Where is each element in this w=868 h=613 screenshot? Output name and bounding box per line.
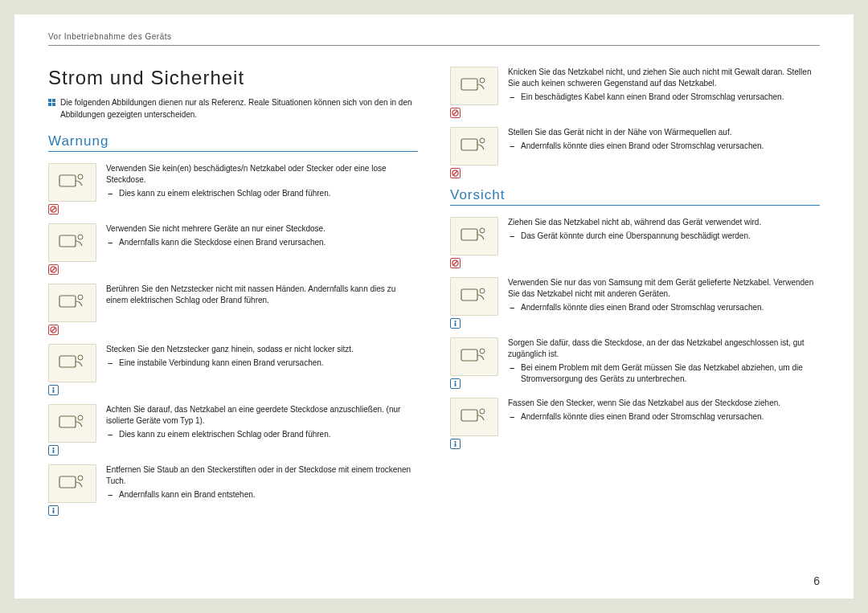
- safety-item: Achten Sie darauf, das Netzkabel an eine…: [48, 404, 418, 456]
- item-text: Berühren Sie den Netzstecker nicht mit n…: [106, 284, 418, 335]
- info-icon: [48, 445, 59, 456]
- safety-item: Sorgen Sie dafür, dass die Steckdose, an…: [450, 337, 820, 389]
- figure-wrap: [450, 127, 498, 178]
- content-columns: Strom und Sicherheit Die folgenden Abbil…: [48, 67, 820, 525]
- safety-item: Stecken Sie den Netzstecker ganz hinein,…: [48, 344, 418, 395]
- svg-rect-32: [461, 139, 477, 150]
- item-sub-text: ‒Andernfalls könnte dies einen Brand ode…: [508, 302, 820, 313]
- svg-point-42: [454, 321, 456, 322]
- vorsicht-heading: Vorsicht: [450, 187, 820, 206]
- figure-wrap: [48, 344, 96, 395]
- svg-rect-2: [48, 103, 51, 106]
- item-main-text: Entfernen Sie Staub an den Steckerstifte…: [106, 464, 418, 487]
- figure-wrap: [48, 284, 96, 335]
- item-text: Verwenden Sie nur das von Samsung mit de…: [508, 277, 820, 329]
- item-main-text: Stecken Sie den Netzstecker ganz hinein,…: [106, 344, 418, 355]
- info-icon: [450, 439, 461, 449]
- info-icon: [450, 318, 461, 329]
- svg-point-49: [480, 409, 485, 414]
- svg-line-11: [51, 268, 55, 272]
- header-text: Vor Inbetriebnahme des Geräts: [48, 32, 820, 46]
- safety-item: Knicken Sie das Netzkabel nicht, und zie…: [450, 67, 820, 118]
- sub-text: Ein beschädigtes Kabel kann einen Brand …: [521, 92, 784, 103]
- svg-rect-19: [53, 390, 55, 394]
- svg-rect-3: [52, 103, 55, 106]
- item-main-text: Ziehen Sie das Netzkabel nicht ab, währe…: [508, 217, 820, 228]
- svg-rect-51: [455, 443, 457, 447]
- safety-item: Verwenden Sie nicht mehrere Geräte an nu…: [48, 223, 418, 275]
- svg-rect-28: [461, 79, 477, 90]
- vorsicht-list: Ziehen Sie das Netzkabel nicht ab, währe…: [450, 217, 820, 449]
- svg-point-29: [480, 78, 485, 83]
- svg-line-31: [453, 111, 457, 115]
- illustration-icon: [450, 398, 498, 436]
- svg-rect-47: [455, 383, 457, 387]
- sub-text: Dies kann zu einem elektrischen Schlag o…: [119, 188, 330, 199]
- svg-point-41: [480, 288, 485, 293]
- item-text: Stellen Sie das Gerät nicht in der Nähe …: [508, 127, 820, 178]
- bullet-icon: [48, 99, 55, 106]
- dash-icon: ‒: [510, 411, 514, 423]
- svg-rect-36: [461, 229, 477, 240]
- item-text: Fassen Sie den Stecker, wenn Sie das Net…: [508, 398, 820, 449]
- intro-text: Die folgenden Abbildungen dienen nur als…: [60, 97, 418, 121]
- right-column: Knicken Sie das Netzkabel nicht, und zie…: [450, 67, 820, 525]
- dash-icon: ‒: [108, 489, 113, 501]
- figure-wrap: [450, 337, 498, 389]
- page-number: 6: [813, 574, 820, 587]
- item-sub-text: ‒Dies kann zu einem elektrischen Schlag …: [106, 188, 418, 199]
- svg-point-26: [52, 508, 54, 509]
- svg-point-37: [480, 228, 485, 233]
- dash-icon: ‒: [108, 358, 113, 369]
- svg-rect-12: [59, 296, 76, 307]
- item-text: Ziehen Sie das Netzkabel nicht ab, währe…: [508, 217, 820, 268]
- warnung-heading: Warnung: [48, 133, 418, 152]
- illustration-icon: [48, 464, 96, 503]
- svg-line-39: [453, 261, 457, 265]
- info-icon: [48, 385, 59, 395]
- safety-item: Stellen Sie das Gerät nicht in der Nähe …: [450, 127, 820, 178]
- page: Vor Inbetriebnahme des Geräts Strom und …: [14, 14, 854, 599]
- item-text: Achten Sie darauf, das Netzkabel an eine…: [106, 404, 418, 456]
- dash-icon: ‒: [108, 237, 113, 248]
- svg-rect-27: [53, 510, 55, 514]
- figure-wrap: [48, 404, 96, 456]
- figure-wrap: [450, 277, 498, 329]
- item-main-text: Berühren Sie den Netzstecker nicht mit n…: [106, 284, 418, 306]
- dash-icon: ‒: [510, 141, 514, 152]
- item-text: Verwenden Sie nicht mehrere Geräte an nu…: [106, 223, 418, 275]
- svg-rect-1: [52, 99, 55, 102]
- sub-text: Eine instabile Verbindung kann einen Bra…: [119, 358, 324, 369]
- item-main-text: Achten Sie darauf, das Netzkabel an eine…: [106, 404, 418, 427]
- item-sub-text: ‒Andernfalls könnte dies einen Brand ode…: [508, 141, 820, 152]
- prohibit-icon: [48, 204, 59, 215]
- sub-text: Dies kann zu einem elektrischen Schlag o…: [119, 429, 330, 440]
- sub-text: Andernfalls kann ein Brand entstehen.: [119, 489, 256, 501]
- illustration-icon: [450, 277, 498, 316]
- svg-point-25: [78, 476, 83, 480]
- illustration-icon: [48, 284, 96, 322]
- dash-icon: ‒: [108, 188, 113, 199]
- dash-icon: ‒: [510, 302, 514, 313]
- prohibit-icon: [450, 108, 461, 118]
- safety-item: Entfernen Sie Staub an den Steckerstifte…: [48, 464, 418, 516]
- right-warn-list: Knicken Sie das Netzkabel nicht, und zie…: [450, 67, 820, 178]
- illustration-icon: [48, 223, 96, 262]
- item-sub-text: ‒Bei einem Problem mit dem Gerät müssen …: [508, 362, 820, 385]
- svg-rect-4: [59, 175, 76, 186]
- svg-point-46: [454, 381, 456, 382]
- figure-wrap: [450, 217, 498, 268]
- item-text: Sorgen Sie dafür, dass die Steckdose, an…: [508, 337, 820, 389]
- item-sub-text: ‒Andernfalls kann ein Brand entstehen.: [106, 489, 418, 501]
- svg-point-5: [78, 174, 83, 179]
- item-sub-text: ‒Dies kann zu einem elektrischen Schlag …: [106, 429, 418, 440]
- item-sub-text: ‒Andernfalls könnte dies einen Brand ode…: [508, 411, 820, 423]
- illustration-icon: [450, 127, 498, 166]
- svg-point-33: [480, 138, 485, 143]
- svg-rect-23: [53, 450, 55, 454]
- prohibit-icon: [450, 168, 461, 178]
- figure-wrap: [48, 464, 96, 516]
- illustration-icon: [48, 404, 96, 443]
- item-main-text: Verwenden Sie nur das von Samsung mit de…: [508, 277, 820, 300]
- info-icon: [450, 378, 461, 389]
